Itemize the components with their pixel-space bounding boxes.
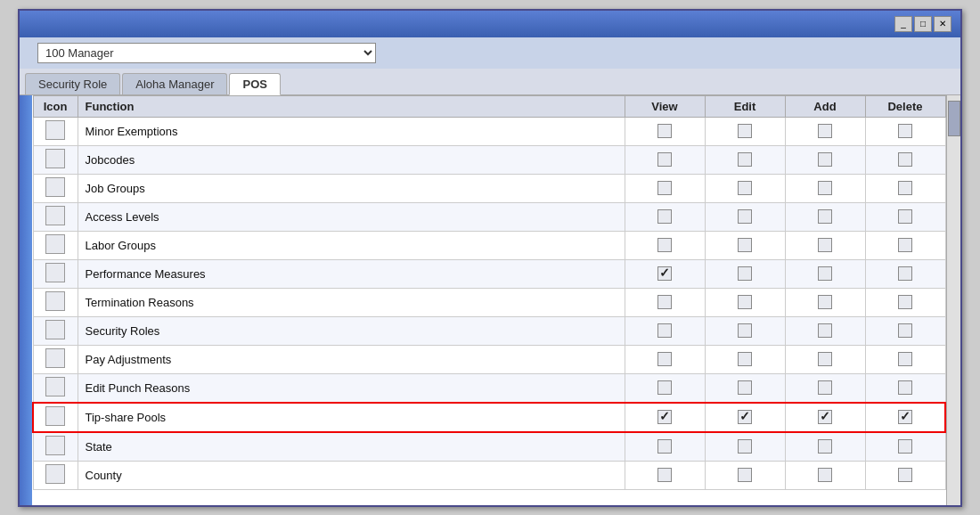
edit-checkbox[interactable] [738,266,752,281]
view-checkbox[interactable] [657,295,672,309]
add-cell[interactable] [785,403,865,432]
edit-cell[interactable] [705,432,785,462]
edit-cell[interactable] [705,231,785,259]
delete-checkbox[interactable] [898,209,912,224]
view-checkbox[interactable] [657,439,672,454]
add-cell[interactable] [785,259,865,288]
add-checkbox[interactable] [818,352,832,366]
edit-checkbox[interactable] [738,209,752,224]
view-cell[interactable] [625,202,705,231]
minimize-button[interactable]: _ [894,16,912,32]
maximize-button[interactable]: □ [914,16,932,32]
delete-checkbox[interactable] [898,124,912,138]
add-cell[interactable] [785,461,865,489]
add-cell[interactable] [785,231,865,259]
add-checkbox[interactable] [818,410,832,424]
edit-cell[interactable] [705,288,785,316]
delete-checkbox[interactable] [898,352,912,366]
close-button[interactable]: ✕ [934,16,951,32]
add-cell[interactable] [785,432,865,462]
edit-checkbox[interactable] [738,468,752,482]
delete-cell[interactable] [865,174,945,202]
delete-checkbox[interactable] [898,181,912,195]
scrollbar[interactable] [946,95,960,505]
view-cell[interactable] [625,259,705,288]
delete-cell[interactable] [865,145,945,174]
delete-checkbox[interactable] [898,295,912,309]
add-cell[interactable] [785,316,865,345]
edit-checkbox[interactable] [738,124,752,138]
add-checkbox[interactable] [818,181,832,195]
edit-cell[interactable] [705,259,785,288]
scroll-thumb[interactable] [948,101,960,136]
add-checkbox[interactable] [818,266,832,281]
add-cell[interactable] [785,288,865,316]
tab-pos[interactable]: POS [229,73,280,95]
view-cell[interactable] [625,174,705,202]
delete-cell[interactable] [865,117,945,145]
add-cell[interactable] [785,145,865,174]
delete-checkbox[interactable] [898,410,912,424]
view-checkbox[interactable] [657,266,672,281]
view-cell[interactable] [625,117,705,145]
edit-cell[interactable] [705,117,785,145]
delete-cell[interactable] [865,316,945,345]
view-cell[interactable] [625,461,705,489]
view-checkbox[interactable] [657,181,672,195]
add-checkbox[interactable] [818,323,832,338]
view-checkbox[interactable] [657,209,672,224]
security-role-select[interactable]: 100 Manager [37,43,376,63]
view-cell[interactable] [625,403,705,432]
add-cell[interactable] [785,373,865,403]
edit-cell[interactable] [705,316,785,345]
view-cell[interactable] [625,288,705,316]
delete-checkbox[interactable] [898,238,912,252]
delete-cell[interactable] [865,403,945,432]
edit-checkbox[interactable] [738,323,752,338]
view-checkbox[interactable] [657,468,672,482]
edit-cell[interactable] [705,461,785,489]
view-cell[interactable] [625,373,705,403]
view-checkbox[interactable] [657,410,672,424]
view-checkbox[interactable] [657,152,672,167]
view-checkbox[interactable] [657,352,672,366]
edit-cell[interactable] [705,373,785,403]
add-checkbox[interactable] [818,380,832,395]
view-cell[interactable] [625,231,705,259]
delete-checkbox[interactable] [898,468,912,482]
delete-cell[interactable] [865,373,945,403]
edit-checkbox[interactable] [738,380,752,395]
delete-cell[interactable] [865,202,945,231]
view-cell[interactable] [625,145,705,174]
view-checkbox[interactable] [657,323,672,338]
add-cell[interactable] [785,174,865,202]
delete-cell[interactable] [865,345,945,373]
add-checkbox[interactable] [818,124,832,138]
edit-cell[interactable] [705,403,785,432]
delete-checkbox[interactable] [898,152,912,167]
delete-cell[interactable] [865,231,945,259]
tab-aloha-manager[interactable]: Aloha Manager [122,73,227,94]
add-cell[interactable] [785,202,865,231]
add-cell[interactable] [785,345,865,373]
delete-checkbox[interactable] [898,380,912,395]
edit-checkbox[interactable] [738,238,752,252]
add-checkbox[interactable] [818,439,832,454]
view-cell[interactable] [625,316,705,345]
delete-checkbox[interactable] [898,266,912,281]
delete-cell[interactable] [865,461,945,489]
view-checkbox[interactable] [657,238,672,252]
edit-cell[interactable] [705,202,785,231]
delete-cell[interactable] [865,288,945,316]
delete-cell[interactable] [865,259,945,288]
add-checkbox[interactable] [818,468,832,482]
add-checkbox[interactable] [818,152,832,167]
edit-checkbox[interactable] [738,439,752,454]
add-checkbox[interactable] [818,209,832,224]
add-cell[interactable] [785,117,865,145]
view-cell[interactable] [625,345,705,373]
view-cell[interactable] [625,432,705,462]
delete-checkbox[interactable] [898,323,912,338]
edit-cell[interactable] [705,345,785,373]
edit-cell[interactable] [705,145,785,174]
